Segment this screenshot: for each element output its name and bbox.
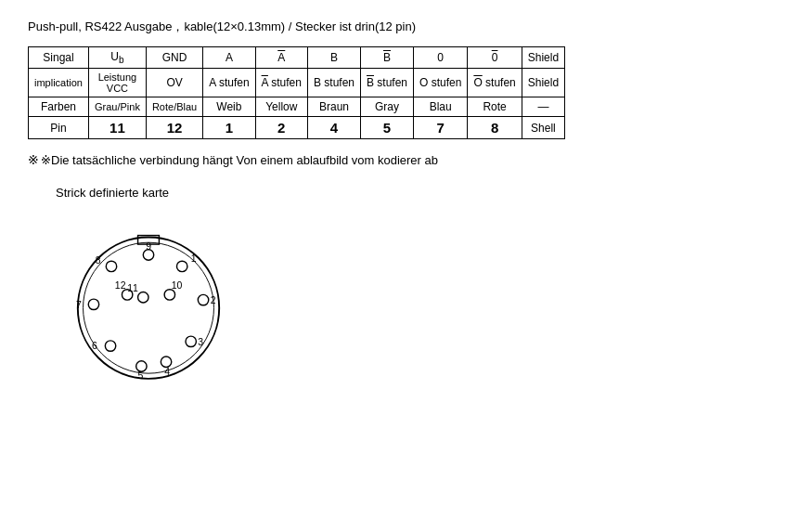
svg-text:2: 2 — [211, 295, 216, 305]
row3-b-bar: 5 — [360, 117, 413, 139]
note: ※※Die tatsächliche verbindung hängt Von … — [28, 152, 784, 167]
row3-a-bar: 2 — [255, 117, 307, 139]
svg-point-15 — [88, 300, 98, 310]
row2-0: Blau — [414, 97, 468, 117]
row2-ub: Grau/Pink — [88, 97, 146, 117]
row2-gnd: Rote/Blau — [146, 97, 202, 117]
row1-ub: LeistungVCC — [88, 69, 146, 97]
row1-gnd: OV — [146, 69, 202, 97]
note-symbol: ※ — [28, 152, 39, 167]
row2-b-bar: Gray — [360, 97, 413, 117]
header-b: B — [307, 47, 360, 69]
svg-text:9: 9 — [146, 241, 151, 252]
row2-b: Braun — [307, 97, 360, 117]
header-0-bar: 0 — [468, 47, 522, 69]
svg-point-17 — [106, 262, 116, 272]
svg-text:8: 8 — [96, 255, 101, 266]
row1-a: A stufen — [203, 69, 255, 97]
row3-label: Pin — [29, 117, 89, 139]
row1-0-bar: O stufen — [468, 69, 522, 97]
row2-a-bar: Yellow — [255, 97, 307, 117]
row3-gnd: 12 — [146, 117, 202, 139]
svg-text:11: 11 — [127, 283, 138, 293]
svg-text:7: 7 — [76, 300, 82, 310]
row2-shield: — — [522, 97, 564, 117]
svg-point-3 — [176, 262, 187, 272]
pin-table: Singal Ub GND A A B B 0 0 Shield implica… — [28, 46, 565, 139]
svg-text:3: 3 — [198, 337, 203, 347]
svg-point-7 — [186, 337, 196, 347]
row1-0: O stufen — [414, 69, 468, 97]
row2-a: Weib — [203, 97, 255, 117]
subtitle: Push-pull, RS422 Ausgabe，kable(12×0.13mm… — [28, 19, 784, 35]
row1-b: B stufen — [307, 69, 360, 97]
svg-text:10: 10 — [172, 280, 183, 291]
header-ub: Ub — [88, 47, 146, 69]
row1-b-bar: B stufen — [360, 69, 413, 97]
row3-b: 4 — [307, 117, 360, 139]
diagram-label: Strick definierte karte — [56, 186, 784, 200]
row1-shield: Shield — [522, 69, 564, 97]
row2-label: Farben — [29, 97, 89, 117]
svg-text:6: 6 — [92, 342, 97, 352]
svg-text:1: 1 — [191, 254, 197, 265]
header-b-bar: B — [360, 47, 413, 69]
row3-0-bar: 8 — [468, 117, 522, 139]
header-0: 0 — [414, 47, 468, 69]
svg-point-21 — [164, 290, 174, 300]
svg-text:12: 12 — [115, 280, 126, 291]
svg-point-23 — [138, 292, 148, 303]
row2-0-bar: Rote — [468, 97, 522, 117]
svg-text:5: 5 — [138, 370, 144, 381]
header-gnd: GND — [146, 47, 202, 69]
row3-a: 1 — [203, 117, 255, 139]
svg-point-13 — [105, 341, 115, 351]
row3-0: 7 — [414, 117, 468, 139]
svg-point-9 — [161, 357, 171, 367]
header-shield: Shield — [522, 47, 564, 69]
svg-text:4: 4 — [164, 367, 170, 377]
row3-ub: 11 — [88, 117, 146, 139]
svg-point-5 — [198, 295, 208, 305]
row1-a-bar: A stufen — [255, 69, 307, 97]
header-singal: Singal — [29, 47, 89, 69]
row1-label: implication — [29, 69, 89, 97]
header-a-bar: A — [255, 47, 307, 69]
row3-shell: Shell — [522, 117, 564, 139]
connector-diagram: 1 2 3 4 5 6 7 8 9 10 11 12 — [56, 209, 241, 395]
header-a: A — [203, 47, 255, 69]
connector-svg: 1 2 3 4 5 6 7 8 9 10 11 12 — [56, 209, 241, 395]
